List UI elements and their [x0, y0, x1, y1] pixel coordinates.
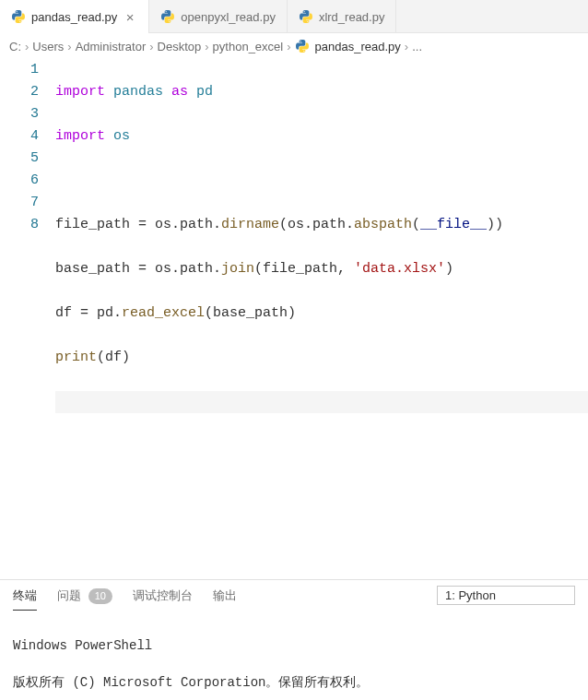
tab-label: openpyxl_read.py — [181, 10, 276, 24]
tab-pandas-read[interactable]: pandas_read.py × — [0, 0, 149, 33]
code-content[interactable]: import pandas as pd import os file_path … — [55, 59, 588, 435]
panel-bar: 终端 问题 10 调试控制台 输出 1: Python — [0, 579, 588, 611]
tab-label: pandas_read.py — [31, 10, 117, 24]
line-gutter: 12 34 56 78 — [0, 59, 55, 435]
chevron-right-icon: › — [25, 40, 29, 53]
problems-badge: 10 — [88, 588, 112, 604]
terminal-selector[interactable]: 1: Python — [437, 586, 575, 605]
breadcrumb-part[interactable]: python_excel — [213, 40, 284, 53]
chevron-right-icon: › — [205, 40, 208, 53]
panel-tab-debug[interactable]: 调试控制台 — [133, 582, 193, 610]
chevron-right-icon: › — [67, 40, 71, 53]
terminal-output[interactable]: Windows PowerShell 版权所有 (C) Microsoft Co… — [0, 611, 588, 700]
breadcrumb-part[interactable]: C: — [9, 40, 21, 53]
panel-tab-output[interactable]: 输出 — [213, 582, 237, 610]
breadcrumb: C: › Users › Administrator › Desktop › p… — [0, 33, 588, 59]
breadcrumb-current[interactable]: pandas_read.py — [295, 39, 401, 53]
chevron-right-icon: › — [287, 40, 290, 53]
breadcrumb-part[interactable]: Desktop — [158, 40, 202, 53]
tab-xlrd-read[interactable]: xlrd_read.py — [288, 0, 397, 33]
close-icon[interactable]: × — [123, 9, 137, 25]
panel-tab-problems[interactable]: 问题 10 — [57, 582, 112, 610]
breadcrumb-part[interactable]: Administrator — [76, 40, 147, 53]
chevron-right-icon: › — [149, 40, 153, 53]
tab-label: xlrd_read.py — [319, 10, 385, 24]
python-icon — [11, 9, 26, 24]
tab-bar: pandas_read.py × openpyxl_read.py xlrd_r… — [0, 0, 588, 33]
chevron-right-icon: › — [405, 40, 408, 53]
python-icon — [160, 9, 175, 24]
breadcrumb-part[interactable]: Users — [32, 40, 64, 53]
python-icon — [295, 39, 310, 53]
tab-openpyxl-read[interactable]: openpyxl_read.py — [149, 0, 288, 33]
code-editor[interactable]: 12 34 56 78 import pandas as pd import o… — [0, 59, 588, 441]
python-icon — [299, 9, 313, 24]
panel-tab-terminal[interactable]: 终端 — [13, 582, 37, 610]
breadcrumb-ellipsis[interactable]: ... — [412, 40, 422, 53]
